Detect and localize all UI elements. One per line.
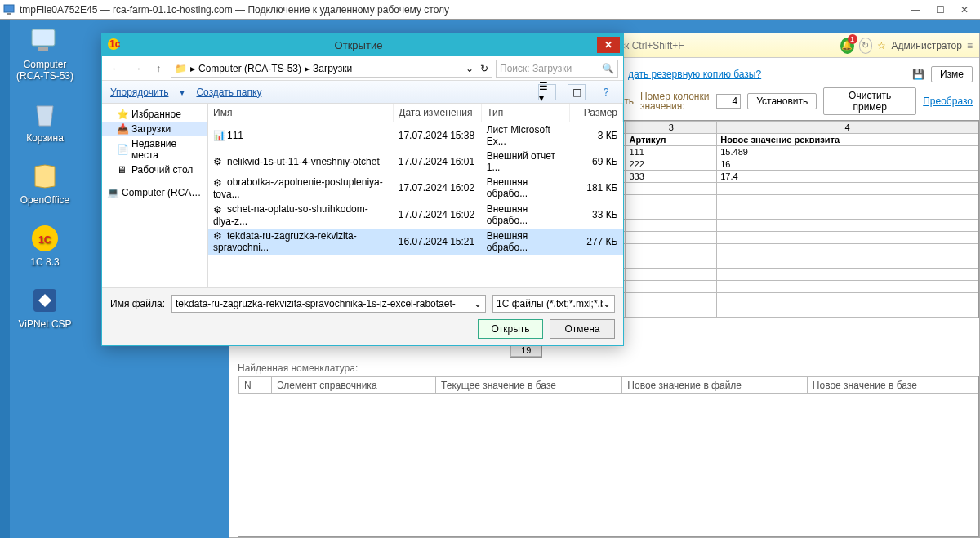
user-label[interactable]: Администратор bbox=[891, 40, 962, 51]
chevron-down-icon: ⌄ bbox=[603, 298, 611, 309]
star-icon[interactable]: ☆ bbox=[877, 40, 886, 51]
file-row[interactable]: 📊11117.07.2024 15:38Лист Microsoft Ex...… bbox=[208, 122, 623, 149]
sidebar-computer[interactable]: 💻Computer (RCA-TS-53) bbox=[102, 185, 207, 200]
file-row[interactable]: ⚙obrabotka-zapolnenie-postupleniya-tova.… bbox=[208, 175, 623, 202]
sidebar-desktop[interactable]: 🖥Рабочий стол bbox=[102, 162, 207, 177]
search-icon: 🔍 bbox=[602, 63, 614, 74]
epf-icon: ⚙ bbox=[213, 177, 225, 189]
search-input[interactable] bbox=[602, 40, 831, 51]
help-button[interactable]: ? bbox=[597, 84, 615, 100]
desktop-icon-1c[interactable]: 1C 1C 8.3 bbox=[16, 222, 74, 268]
filter-select[interactable]: 1С файлы (*.txt;*.mxl;*.bmp;*.g⌄ bbox=[492, 295, 615, 313]
breadcrumb[interactable]: 📁 ▸ Computer (RCA-TS-53) ▸ Загрузки ⌄ ↻ bbox=[171, 60, 492, 78]
svg-text:1c: 1c bbox=[109, 38, 120, 50]
preview-button[interactable]: ◫ bbox=[568, 84, 586, 100]
rdp-title: tmpFile0A752E45 — rca-farm-01.1c-hosting… bbox=[20, 4, 903, 16]
up-button[interactable]: ↑ bbox=[149, 60, 167, 78]
edit-button[interactable]: Изме bbox=[931, 66, 973, 82]
epf-icon: ⚙ bbox=[213, 230, 225, 242]
file-row[interactable]: ⚙schet-na-oplatu-so-shtrihkodom-dlya-z..… bbox=[208, 202, 623, 229]
filename-label: Имя файла: bbox=[110, 298, 165, 309]
chevron-down-icon: ⌄ bbox=[474, 298, 482, 309]
desktop-icon-recycle[interactable]: Корзина bbox=[16, 98, 74, 144]
desktop-icon-vipnet[interactable]: ViPNet CSP bbox=[16, 284, 74, 330]
cancel-button[interactable]: Отмена bbox=[550, 319, 615, 339]
close-button[interactable]: ✕ bbox=[952, 2, 977, 17]
refresh-icon[interactable]: ↻ bbox=[480, 63, 488, 74]
dialog-title: Открытие bbox=[120, 39, 597, 51]
desktop-icon-openoffice[interactable]: OpenOffice bbox=[16, 160, 74, 206]
computer-icon: 💻 bbox=[107, 187, 118, 198]
sidebar-downloads[interactable]: 📥Загрузки bbox=[102, 122, 207, 136]
svg-rect-2 bbox=[32, 29, 55, 46]
sidebar-recent[interactable]: 📄Недавние места bbox=[102, 136, 207, 162]
file-list[interactable]: Имя Дата изменения Тип Размер 📊11117.07.… bbox=[208, 104, 623, 287]
dialog-toolbar: Упорядочить▾ Создать папку ☰ ▾ ◫ ? bbox=[102, 81, 623, 104]
onec-logo-icon: 1c bbox=[107, 38, 120, 53]
svg-rect-1 bbox=[7, 13, 11, 15]
dialog-nav: ← → ↑ 📁 ▸ Computer (RCA-TS-53) ▸ Загрузк… bbox=[102, 56, 623, 81]
filename-input[interactable]: tekdata-ru-zagruzka-rekvizita-spravochni… bbox=[172, 295, 486, 313]
dialog-sidebar: ⭐Избранное 📥Загрузки 📄Недавние места 🖥Ра… bbox=[102, 104, 208, 287]
downloads-icon: 📥 bbox=[117, 123, 128, 135]
open-button[interactable]: Открыть bbox=[478, 319, 543, 339]
clear-button[interactable]: Очистить пример bbox=[823, 87, 916, 115]
erf-icon: ⚙ bbox=[213, 156, 225, 167]
maximize-button[interactable]: ☐ bbox=[928, 2, 952, 17]
save-icon[interactable]: 💾 bbox=[912, 69, 924, 80]
star-icon: ⭐ bbox=[117, 109, 128, 120]
svg-rect-0 bbox=[4, 5, 14, 12]
rdp-icon bbox=[3, 3, 16, 16]
sidebar-favorites[interactable]: ⭐Избранное bbox=[102, 107, 207, 122]
bell-icon[interactable]: 🔔1 bbox=[840, 38, 854, 54]
col-value-input[interactable] bbox=[716, 94, 741, 109]
convert-link[interactable]: Преобразо bbox=[923, 96, 973, 107]
view-mode-button[interactable]: ☰ ▾ bbox=[538, 84, 556, 100]
file-row[interactable]: ⚙nelikvid-1s-ut-11-4-vneshniy-otchet17.0… bbox=[208, 149, 623, 175]
desktop-icon: 🖥 bbox=[117, 164, 128, 176]
folder-icon: 📁 bbox=[175, 63, 187, 74]
recent-icon: 📄 bbox=[117, 144, 128, 155]
col-label: Номер колонки значения: bbox=[640, 91, 710, 111]
minimize-button[interactable]: — bbox=[903, 2, 928, 17]
history-icon[interactable]: ↻ bbox=[859, 38, 873, 54]
result-table[interactable]: N Элемент справочника Текущее значение в… bbox=[238, 376, 979, 537]
found-label: Найденная номенклатура: bbox=[238, 362, 979, 374]
dialog-titlebar: 1c Открытие ✕ bbox=[102, 33, 623, 56]
forward-button[interactable]: → bbox=[128, 60, 146, 78]
new-folder-button[interactable]: Создать папку bbox=[196, 87, 261, 98]
backup-link[interactable]: дать резервную копию базы? bbox=[628, 69, 761, 80]
svg-rect-3 bbox=[38, 47, 48, 51]
desktop-icon-computer[interactable]: Computer (RCA-TS-53) bbox=[16, 24, 74, 82]
set-button[interactable]: Установить bbox=[747, 93, 817, 109]
dialog-search[interactable]: Поиск: Загрузки🔍 bbox=[496, 60, 618, 78]
chevron-down-icon[interactable]: ⌄ bbox=[466, 63, 474, 74]
dialog-footer: Имя файла: tekdata-ru-zagruzka-rekvizita… bbox=[102, 287, 623, 345]
desktop-icons: Computer (RCA-TS-53) Корзина OpenOffice … bbox=[16, 24, 74, 346]
organize-menu[interactable]: Упорядочить bbox=[110, 87, 168, 98]
window-controls-icon[interactable]: ≡ bbox=[967, 40, 973, 51]
open-dialog: 1c Открытие ✕ ← → ↑ 📁 ▸ Computer (RCA-TS… bbox=[101, 33, 624, 346]
back-button[interactable]: ← bbox=[107, 60, 125, 78]
file-row[interactable]: ⚙tekdata-ru-zagruzka-rekvizita-spravochn… bbox=[208, 229, 623, 256]
svg-text:1C: 1C bbox=[38, 234, 51, 246]
epf-icon: ⚙ bbox=[213, 204, 225, 216]
xlsx-icon: 📊 bbox=[213, 130, 225, 141]
dialog-close-button[interactable]: ✕ bbox=[597, 37, 620, 53]
rdp-titlebar: tmpFile0A752E45 — rca-farm-01.1c-hosting… bbox=[0, 0, 980, 20]
taskbar bbox=[0, 20, 10, 538]
